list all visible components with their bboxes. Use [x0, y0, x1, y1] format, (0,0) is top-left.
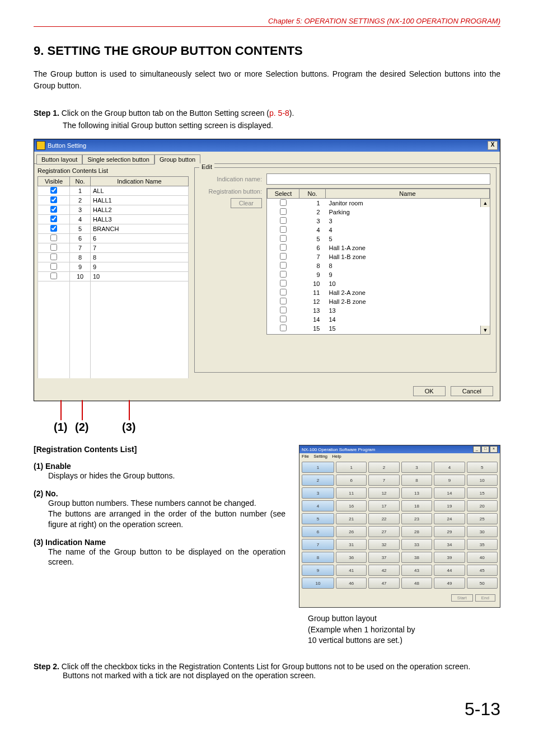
select-checkbox[interactable] — [280, 325, 287, 331]
page-link[interactable]: p. 5-8 — [269, 109, 289, 118]
table-row[interactable]: 2HALL1 — [38, 196, 189, 205]
selection-button[interactable]: 25 — [467, 513, 498, 524]
clear-button[interactable]: Clear — [231, 198, 262, 208]
close-icon[interactable]: X — [488, 141, 498, 150]
menu-help[interactable]: Help — [332, 454, 341, 459]
select-checkbox[interactable] — [280, 316, 287, 322]
menu-file[interactable]: File — [302, 454, 309, 459]
group-button[interactable]: 4 — [302, 500, 334, 511]
select-checkbox[interactable] — [280, 307, 287, 313]
selection-button[interactable]: 32 — [368, 539, 399, 550]
selection-button[interactable]: 8 — [401, 475, 432, 486]
selection-button[interactable]: 48 — [401, 577, 432, 589]
group-button[interactable]: 10 — [302, 577, 334, 589]
selection-button[interactable]: 15 — [467, 487, 498, 499]
visible-checkbox[interactable] — [50, 273, 57, 279]
sel-col-name[interactable]: Name — [326, 189, 490, 199]
table-row[interactable]: 55 — [268, 234, 490, 243]
table-row[interactable]: 1515 — [268, 324, 490, 333]
selection-button[interactable]: 35 — [467, 539, 498, 550]
selection-button[interactable]: 27 — [368, 526, 399, 537]
selection-button[interactable]: 30 — [467, 526, 498, 537]
scroll-down-icon[interactable]: ▼ — [480, 326, 490, 334]
table-row[interactable]: 99 — [268, 270, 490, 279]
selection-button[interactable]: 33 — [401, 539, 432, 550]
selection-button[interactable]: 17 — [368, 500, 399, 511]
selection-button[interactable]: 4 — [434, 462, 465, 473]
selection-button[interactable]: 39 — [434, 552, 465, 563]
op-close-icon[interactable]: × — [490, 446, 498, 453]
select-checkbox[interactable] — [280, 199, 287, 206]
select-checkbox[interactable] — [280, 271, 287, 278]
ok-button[interactable]: OK — [413, 386, 446, 396]
selection-button[interactable]: 10 — [467, 475, 498, 486]
table-row[interactable]: 1ALL — [38, 186, 189, 196]
select-checkbox[interactable] — [280, 253, 287, 260]
selection-button[interactable]: 44 — [434, 565, 465, 576]
table-row[interactable]: 1010 — [268, 279, 490, 288]
selection-button[interactable]: 50 — [467, 577, 498, 589]
col-indication-name[interactable]: Indication Name — [91, 177, 189, 186]
table-row[interactable]: 88 — [38, 253, 189, 262]
table-row[interactable]: 5BRANCH — [38, 224, 189, 234]
selection-button[interactable]: 7 — [368, 475, 399, 486]
selection-button[interactable]: 47 — [368, 577, 399, 589]
select-checkbox[interactable] — [280, 217, 287, 224]
selection-button[interactable]: 45 — [467, 565, 498, 576]
selection-button[interactable]: 19 — [434, 500, 465, 511]
selection-button[interactable]: 6 — [336, 475, 367, 486]
start-button[interactable]: Start — [451, 594, 473, 602]
menu-setting[interactable]: Setting — [313, 454, 327, 459]
table-row[interactable]: 2Parking — [268, 208, 490, 217]
scroll-up-icon[interactable]: ▲ — [480, 199, 490, 207]
selection-button[interactable]: 9 — [434, 475, 465, 486]
table-row[interactable]: 66 — [38, 234, 189, 243]
table-row[interactable]: 88 — [268, 261, 490, 270]
cancel-button[interactable]: Cancel — [451, 386, 493, 396]
table-row[interactable]: 77 — [38, 243, 189, 253]
selection-button[interactable]: 2 — [368, 462, 399, 473]
visible-checkbox[interactable] — [50, 234, 57, 241]
col-no[interactable]: No. — [70, 177, 91, 186]
selection-button[interactable]: 29 — [434, 526, 465, 537]
group-button[interactable]: 7 — [302, 539, 334, 550]
selection-button[interactable]: 12 — [368, 487, 399, 499]
selection-button[interactable]: 22 — [368, 513, 399, 524]
selection-button[interactable]: 5 — [467, 462, 498, 473]
selection-button[interactable]: 20 — [467, 500, 498, 511]
selection-button[interactable]: 46 — [336, 577, 367, 589]
select-checkbox[interactable] — [280, 208, 287, 215]
selection-button[interactable]: 13 — [401, 487, 432, 499]
selection-button[interactable]: 37 — [368, 552, 399, 563]
selection-button[interactable]: 26 — [336, 526, 367, 537]
sel-col-no[interactable]: No. — [299, 189, 326, 199]
selection-button[interactable]: 36 — [336, 552, 367, 563]
visible-checkbox[interactable] — [50, 187, 57, 194]
selection-button[interactable]: 3 — [401, 462, 432, 473]
selection-button[interactable]: 1 — [336, 462, 367, 473]
maximize-icon[interactable]: □ — [481, 446, 489, 453]
select-checkbox[interactable] — [280, 298, 287, 304]
select-checkbox[interactable] — [280, 289, 287, 295]
table-row[interactable]: 99 — [38, 262, 189, 272]
selection-button[interactable]: 11 — [336, 487, 367, 499]
table-row[interactable]: 1010 — [38, 272, 189, 281]
table-row[interactable]: 7Hall 1-B zone — [268, 252, 490, 261]
selection-button[interactable]: 21 — [336, 513, 367, 524]
selection-button[interactable]: 24 — [434, 513, 465, 524]
end-button[interactable]: End — [475, 594, 495, 602]
selection-button[interactable]: 40 — [467, 552, 498, 563]
visible-checkbox[interactable] — [50, 253, 57, 260]
select-checkbox[interactable] — [280, 280, 287, 287]
visible-checkbox[interactable] — [50, 206, 57, 213]
selection-button[interactable]: 14 — [434, 487, 465, 499]
visible-checkbox[interactable] — [50, 196, 57, 203]
group-button[interactable]: 2 — [302, 475, 334, 486]
visible-checkbox[interactable] — [50, 225, 57, 232]
sel-col-select[interactable]: Select — [268, 189, 299, 199]
selection-button[interactable]: 38 — [401, 552, 432, 563]
selection-button[interactable]: 16 — [336, 500, 367, 511]
table-row[interactable]: 33 — [268, 217, 490, 226]
selection-button[interactable]: 28 — [401, 526, 432, 537]
group-button[interactable]: 3 — [302, 487, 334, 499]
